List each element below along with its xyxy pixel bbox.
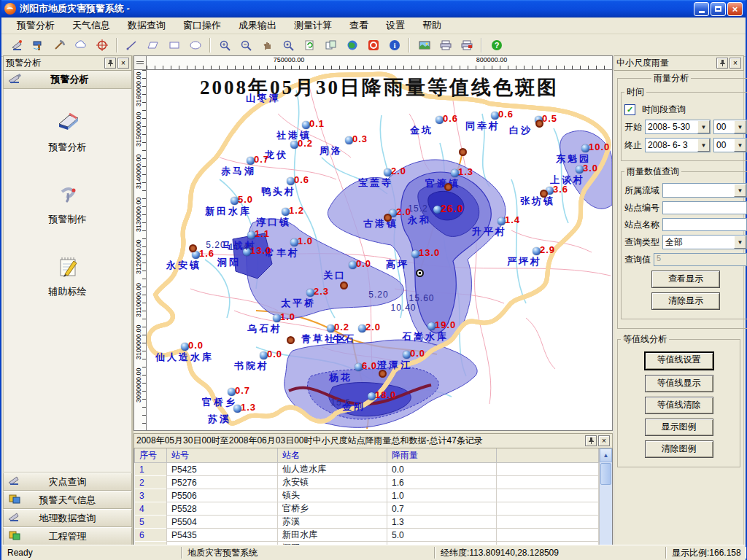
- pin-icon[interactable]: [585, 435, 597, 446]
- table-row[interactable]: 3P5506镇头1.0: [135, 489, 599, 502]
- minimize-button[interactable]: [694, 2, 709, 16]
- table-scrollbar[interactable]: ▲ ▼: [599, 448, 612, 560]
- menu-item-6[interactable]: 测量计算: [286, 18, 340, 34]
- sidebar-bar-灾点查询[interactable]: 灾点查询: [3, 472, 132, 491]
- menu-item-3[interactable]: 数据查询: [120, 18, 174, 34]
- chevron-down-icon[interactable]: ▼: [734, 139, 746, 152]
- table-row[interactable]: 1P5425仙人造水库0.0: [135, 463, 599, 476]
- notepad-icon: [55, 254, 81, 281]
- end-date-combo[interactable]: 2008- 6- 3 ▼: [645, 138, 711, 152]
- station-id-input[interactable]: [662, 201, 747, 214]
- target-icon[interactable]: [92, 36, 112, 55]
- pick-icon[interactable]: [50, 36, 69, 55]
- table-row[interactable]: 4P5528官桥乡0.7: [135, 502, 599, 516]
- table-row[interactable]: 6P5435新田水库5.0: [135, 529, 599, 542]
- column-header-降雨量[interactable]: 降雨量: [387, 448, 497, 463]
- rainfall-table[interactable]: 序号站号站名降雨量 1P5425仙人造水库0.02P5276永安镇1.63P55…: [134, 448, 599, 560]
- maximize-button[interactable]: [711, 2, 726, 16]
- zoom-in-icon[interactable]: [215, 36, 235, 55]
- print-icon[interactable]: [436, 36, 455, 55]
- cloud-icon[interactable]: [71, 36, 90, 55]
- button-等值线清除[interactable]: 等值线清除: [645, 397, 713, 414]
- chevron-down-icon[interactable]: ▼: [697, 120, 710, 133]
- rectangle-tool-icon[interactable]: [164, 36, 184, 55]
- print-setup-icon[interactable]: [457, 36, 476, 55]
- stop-icon[interactable]: [363, 36, 383, 55]
- table-cell: P5506: [167, 489, 278, 502]
- sidebar-bar-地理数据查询[interactable]: 地理数据查询: [3, 509, 132, 527]
- menu-item-1[interactable]: 预警分析: [9, 18, 63, 34]
- menu-item-2[interactable]: 天气信息: [64, 18, 118, 34]
- column-header-站名[interactable]: 站名: [278, 448, 387, 463]
- info-icon[interactable]: i: [384, 36, 404, 55]
- station-value: 18.0: [375, 389, 396, 400]
- sidebar-bar-label: 地理数据查询: [26, 512, 109, 525]
- query-value-input[interactable]: 5: [654, 253, 747, 266]
- close-icon[interactable]: ×: [729, 58, 741, 69]
- button-清除显示[interactable]: 清除显示: [651, 292, 720, 310]
- menu-item-4[interactable]: 窗口操作: [175, 18, 229, 34]
- scroll-up-icon[interactable]: ▲: [600, 448, 612, 462]
- copy-icon[interactable]: [321, 36, 341, 55]
- sidebar-section-label: 预警分析: [28, 73, 111, 86]
- ellipse-tool-icon[interactable]: [185, 36, 205, 55]
- end-hour-combo[interactable]: 00 ▼: [713, 138, 747, 152]
- sidebar-bar-预警天气信息[interactable]: 预警天气信息: [3, 491, 132, 509]
- hammer-icon[interactable]: [28, 36, 48, 55]
- chevron-down-icon[interactable]: ▼: [734, 236, 746, 249]
- zoom-out-icon[interactable]: [236, 36, 256, 55]
- chevron-down-icon[interactable]: ▼: [734, 184, 746, 197]
- toolbar-separator: [481, 38, 482, 52]
- zoom-select-icon[interactable]: [279, 36, 298, 55]
- pin-icon[interactable]: [716, 58, 728, 69]
- sidebar-section-header[interactable]: 预警分析: [3, 71, 132, 89]
- pan-hand-icon[interactable]: [258, 36, 277, 55]
- button-显示图例[interactable]: 显示图例: [645, 419, 713, 436]
- close-icon[interactable]: ×: [117, 58, 129, 69]
- polygon-tool-icon[interactable]: [143, 36, 163, 55]
- map-canvas[interactable]: 2008年05月30日降雨量等值线色斑图 山枣潭0.1社港镇0.2龙伏0.3周洛…: [147, 70, 613, 431]
- chevron-down-icon[interactable]: ▼: [734, 120, 746, 133]
- close-button[interactable]: ×: [727, 2, 743, 16]
- query-type-combo[interactable]: 全部 ▼: [662, 235, 747, 249]
- radar-dish-icon[interactable]: [7, 36, 27, 55]
- button-查看显示[interactable]: 查看显示: [651, 271, 720, 288]
- dish-icon: [8, 512, 21, 524]
- table-cell: 0.0: [387, 463, 497, 476]
- sidebar-tool-辅助标绘[interactable]: 辅助标绘: [49, 254, 87, 298]
- station-value: 0.2: [334, 322, 349, 332]
- menu-item-8[interactable]: 设置: [378, 18, 413, 34]
- image-icon[interactable]: [414, 36, 434, 55]
- brown-town-marker-icon: [189, 244, 197, 252]
- basin-combo[interactable]: ▼: [662, 183, 747, 198]
- globe-icon[interactable]: [342, 36, 362, 55]
- menu-item-5[interactable]: 成果输出: [231, 18, 285, 34]
- make-icon: [55, 182, 81, 209]
- start-hour-combo[interactable]: 00 ▼: [713, 120, 747, 134]
- table-row[interactable]: 5P5504苏溪1.3: [135, 516, 599, 529]
- scroll-thumb[interactable]: [600, 463, 611, 485]
- pin-icon[interactable]: [104, 58, 116, 69]
- line-tool-icon[interactable]: [122, 36, 142, 55]
- sidebar-tool-预警制作[interactable]: 预警制作: [49, 182, 87, 226]
- refresh-icon[interactable]: [300, 36, 320, 55]
- column-header-序号[interactable]: 序号: [135, 448, 167, 463]
- help-icon[interactable]: ?: [487, 36, 506, 55]
- button-等值线显示[interactable]: 等值线显示: [645, 375, 713, 392]
- station-name-input[interactable]: [662, 218, 747, 231]
- button-清除图例[interactable]: 清除图例: [645, 440, 713, 458]
- menu-item-9[interactable]: 帮助: [414, 18, 449, 34]
- sidebar-bar-工程管理[interactable]: 工程管理: [3, 527, 132, 545]
- column-header-站号[interactable]: 站号: [167, 448, 278, 463]
- map-area: 750000.00800000.00 3160000.003150000.003…: [133, 55, 613, 545]
- time-range-checkbox[interactable]: ✓: [624, 104, 635, 115]
- sidebar-tool-预警分析[interactable]: 预警分析: [49, 109, 87, 154]
- button-等值线设置[interactable]: 等值线设置: [644, 351, 714, 370]
- sidebar-tool-label: 预警分析: [49, 141, 87, 154]
- table-row[interactable]: 2P5276永安镇1.6: [135, 476, 599, 489]
- chevron-down-icon[interactable]: ▼: [697, 139, 710, 152]
- start-date-combo[interactable]: 2008- 5-30 ▼: [645, 120, 711, 134]
- menu-item-7[interactable]: 查看: [341, 18, 376, 34]
- close-icon[interactable]: ×: [598, 435, 610, 446]
- left-sidebar: 预警分析 × 预警分析 预警分析预警制作辅助标绘 灾点查询预警天气信息地理数据查…: [3, 55, 133, 545]
